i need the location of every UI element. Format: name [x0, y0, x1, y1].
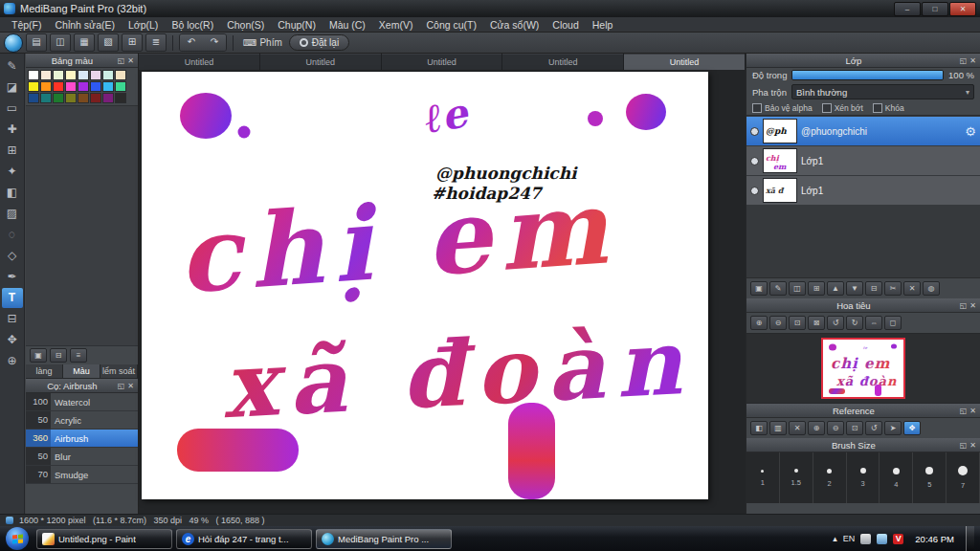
clock[interactable]: 20:46 PM [909, 534, 960, 544]
layer-visibility-icon[interactable] [750, 127, 759, 136]
zoom-tool-icon[interactable]: ⊕ [2, 351, 23, 371]
color-swatch[interactable] [53, 70, 64, 80]
menu-bo-loc[interactable]: Bộ lọc(R) [166, 18, 219, 32]
ref-zoom-in-icon[interactable]: ⊕ [808, 421, 825, 435]
menu-xem[interactable]: Xem(V) [373, 18, 419, 32]
color-sphere-icon[interactable] [4, 33, 23, 53]
layer-row[interactable]: xã đ Lớp1 [746, 176, 980, 205]
color-swatch[interactable] [40, 70, 52, 80]
ref-zoom-out-icon[interactable]: ⊖ [827, 421, 844, 435]
color-swatch[interactable] [90, 70, 101, 80]
new-layer-icon[interactable]: ▣ [750, 281, 768, 296]
layer-visibility-icon[interactable] [750, 157, 759, 165]
document-tab[interactable]: Untitled [502, 54, 623, 70]
divide-tool-icon[interactable]: ⊟ [2, 309, 23, 329]
wand-tool-icon[interactable]: ✦ [2, 162, 23, 182]
zoom-out-icon[interactable]: ⊖ [769, 316, 787, 330]
brush-size-cell[interactable]: 4 [880, 452, 913, 503]
rotate-right-icon[interactable]: ↻ [846, 316, 863, 330]
eyedropper-tool-icon[interactable]: ✒ [2, 267, 23, 287]
brush-tool-icon[interactable]: ✎ [2, 56, 23, 77]
color-swatch[interactable] [78, 70, 89, 80]
menu-cong-cu[interactable]: Công cụ(T) [420, 18, 482, 32]
lock-checkbox[interactable]: Khóa [873, 103, 904, 113]
reset-button[interactable]: Đặt lại [289, 34, 349, 51]
grid-icon[interactable]: ⊞ [122, 33, 143, 52]
flip-horizontal-icon[interactable]: ⇔ [865, 316, 882, 330]
zoom-in-icon[interactable]: ⊕ [750, 316, 768, 330]
brush-size-cell[interactable]: 3 [847, 452, 880, 503]
color-swatch[interactable] [40, 81, 52, 92]
keyboard-tray-icon[interactable] [860, 534, 871, 544]
close-panel-icon[interactable]: ✕ [969, 407, 976, 415]
rotate-left-icon[interactable]: ↺ [827, 316, 844, 330]
close-panel-icon[interactable]: ✕ [969, 56, 976, 65]
move-layer-down-icon[interactable]: ▼ [846, 281, 863, 296]
maximize-button[interactable]: □ [922, 2, 948, 16]
color-swatch[interactable] [65, 81, 77, 92]
palette-tab-hang[interactable]: làng [26, 364, 63, 378]
document-tab[interactable]: Untitled [382, 54, 502, 70]
network-tray-icon[interactable] [877, 534, 887, 544]
color-swatch[interactable] [90, 93, 101, 103]
document-tab[interactable]: Untitled [139, 54, 259, 70]
menu-cloud[interactable]: Cloud [546, 18, 584, 32]
popout-icon[interactable]: ◱ [960, 56, 968, 65]
brush-size-cell[interactable]: 5 [913, 452, 947, 503]
new-document-icon[interactable]: ▤ [26, 33, 47, 52]
color-swatch[interactable] [78, 93, 89, 103]
color-swatch[interactable] [102, 70, 114, 80]
reset-view-icon[interactable]: ◻ [884, 316, 902, 330]
blend-mode-dropdown[interactable]: Bình thường ▾ [791, 84, 974, 99]
menu-tep[interactable]: Tệp(F) [6, 18, 48, 32]
palette-tab-kiem-soat[interactable]: lểm soát [100, 364, 138, 378]
load-reference-icon[interactable]: ◧ [750, 421, 768, 435]
add-swatch-icon[interactable]: ▣ [30, 348, 47, 363]
undo-button[interactable]: ↶ [180, 34, 203, 51]
color-swatch[interactable] [65, 93, 77, 103]
swatch-options-icon[interactable]: ≡ [70, 348, 87, 363]
new-folder-icon[interactable]: ⊞ [808, 281, 825, 296]
menu-mau[interactable]: Màu (C) [323, 18, 371, 32]
close-panel-icon[interactable]: ✕ [969, 441, 976, 450]
brush-item-selected[interactable]: 360 Airbrush [26, 430, 138, 448]
export-icon[interactable]: ▦ [74, 33, 95, 52]
color-swatch[interactable] [115, 70, 126, 80]
color-swatch[interactable] [115, 81, 126, 92]
clear-layer-icon[interactable]: ✂ [884, 281, 902, 296]
show-desktop-button[interactable] [966, 526, 974, 551]
color-swatch[interactable] [53, 93, 64, 103]
color-swatch[interactable] [65, 70, 77, 80]
text-tool-icon[interactable]: T [2, 288, 23, 308]
close-panel-icon[interactable]: ✕ [127, 382, 134, 390]
tray-expand-icon[interactable]: ▴ [833, 534, 837, 543]
ref-hand-icon[interactable]: ✥ [903, 421, 921, 435]
actual-size-icon[interactable]: ⊠ [808, 316, 825, 330]
hand-tool-icon[interactable]: ✥ [2, 330, 23, 350]
eraser-tool-icon[interactable]: ◪ [2, 77, 23, 98]
taskbar-window-paint[interactable]: Untitled.png - Paint [36, 529, 172, 549]
minimize-button[interactable]: – [894, 2, 921, 16]
shape-tool-icon[interactable]: ◇ [2, 246, 23, 266]
navigator-preview[interactable]: ℓe chị em xã đoàn [746, 333, 980, 404]
unikey-icon[interactable]: V [893, 534, 903, 544]
document-tab-active[interactable]: Untitled [624, 54, 745, 70]
save-icon[interactable]: ◫ [50, 33, 71, 52]
menu-chinh-sua[interactable]: Chỉnh sửa(E) [50, 18, 121, 32]
move-tool-icon[interactable]: ✚ [2, 120, 23, 140]
color-swatch[interactable] [28, 81, 39, 92]
bucket-tool-icon[interactable]: ◧ [2, 183, 23, 203]
layer-visibility-icon[interactable] [750, 187, 759, 195]
redo-button[interactable]: ↷ [203, 34, 226, 51]
brush-item[interactable]: 50 Blur [26, 448, 138, 466]
close-panel-icon[interactable]: ✕ [969, 301, 976, 310]
color-swatch[interactable] [28, 93, 39, 103]
protect-alpha-checkbox[interactable]: Bảo vệ alpha [752, 103, 813, 113]
move-layer-up-icon[interactable]: ▲ [827, 281, 844, 296]
color-swatch[interactable] [102, 81, 114, 92]
color-swatch[interactable] [78, 81, 89, 92]
merge-layer-icon[interactable]: ⊟ [865, 281, 882, 296]
duplicate-layer-icon[interactable]: ◫ [789, 281, 806, 296]
ruler-icon[interactable]: ≣ [145, 33, 167, 52]
ref-fit-icon[interactable]: ⊡ [846, 421, 863, 435]
